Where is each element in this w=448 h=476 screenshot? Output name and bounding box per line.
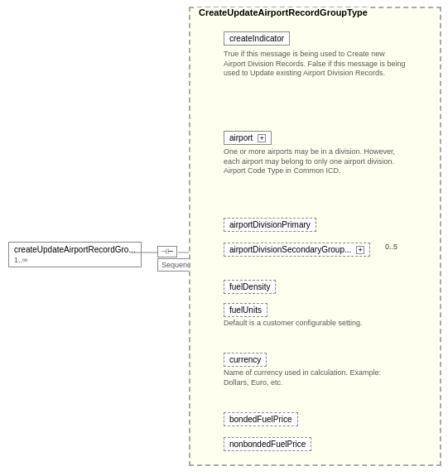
container-title: CreateUpdateAirportRecordGroupType bbox=[197, 7, 369, 17]
node-createIndicator-desc: True if this message is being used to Cr… bbox=[224, 50, 406, 79]
node-airportDivisionPrimary[interactable]: airportDivisionPrimary bbox=[224, 218, 316, 232]
node-airportDivisionSecondaryGroup-occurrence: 0..5 bbox=[385, 243, 397, 251]
node-currency-label: currency bbox=[229, 355, 261, 364]
connector-symbol: ⊣⊢ bbox=[157, 246, 177, 257]
node-airportDivisionSecondaryGroup-label: airportDivisionSecondaryGroup... bbox=[229, 245, 351, 254]
node-currency[interactable]: currency bbox=[224, 353, 267, 367]
node-nonbondedFuelPrice[interactable]: nonbondedFuelPrice bbox=[224, 437, 311, 451]
node-fuelUnits-desc: Default is a customer configurable setti… bbox=[224, 319, 406, 329]
node-createIndicator-label: createIndicator bbox=[229, 34, 284, 43]
airport-expand-icon[interactable]: + bbox=[258, 134, 266, 142]
airportDivisionSecondaryGroup-expand-icon[interactable]: + bbox=[356, 246, 364, 254]
node-nonbondedFuelPrice-label: nonbondedFuelPrice bbox=[229, 440, 306, 449]
node-bondedFuelPrice[interactable]: bondedFuelPrice bbox=[224, 412, 298, 426]
node-fuelUnits[interactable]: fuelUnits bbox=[224, 303, 267, 317]
node-fuelUnits-label: fuelUnits bbox=[229, 305, 262, 315]
node-airportDivisionPrimary-label: airportDivisionPrimary bbox=[229, 220, 311, 229]
node-createIndicator[interactable]: createIndicator bbox=[224, 31, 290, 46]
node-airport[interactable]: airport + bbox=[224, 131, 272, 145]
node-fuelDensity-label: fuelDensity bbox=[229, 282, 270, 291]
node-airport-label: airport bbox=[229, 133, 253, 142]
left-node-occurrence: 1..∞ bbox=[14, 256, 136, 264]
left-node-label: createUpdateAirportRecordGro... bbox=[14, 245, 136, 254]
node-airportDivisionSecondaryGroup[interactable]: airportDivisionSecondaryGroup... + bbox=[224, 243, 370, 257]
left-node-box[interactable]: createUpdateAirportRecordGro... 1..∞ bbox=[8, 242, 142, 267]
main-container: CreateUpdateAirportRecordGroupType creat… bbox=[189, 7, 441, 466]
node-currency-desc: Name of currency used in calculation. Ex… bbox=[224, 368, 406, 387]
node-bondedFuelPrice-label: bondedFuelPrice bbox=[229, 415, 292, 424]
node-fuelDensity[interactable]: fuelDensity bbox=[224, 280, 276, 294]
node-airport-desc: One or more airports may be in a divisio… bbox=[224, 147, 406, 176]
diagram-container: createUpdateAirportRecordGro... 1..∞ ⊣⊢ … bbox=[0, 0, 448, 476]
